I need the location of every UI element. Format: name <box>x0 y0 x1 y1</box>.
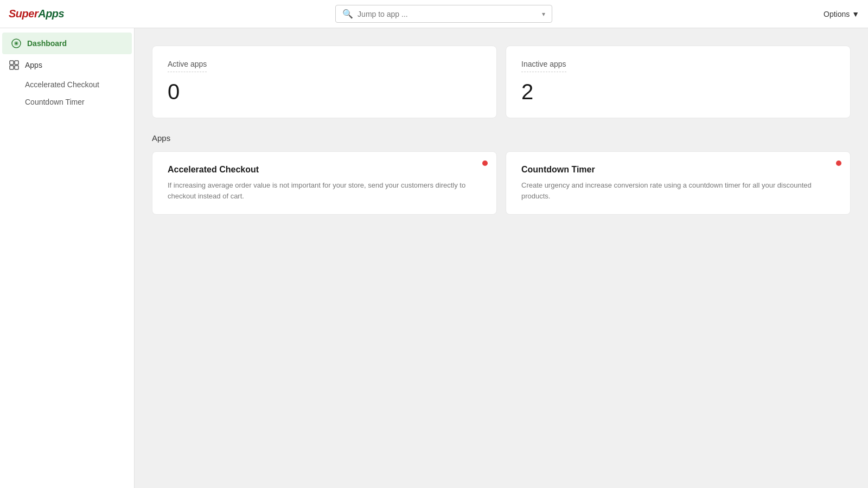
inactive-apps-value: 2 <box>521 79 835 105</box>
sidebar-child-countdown-timer[interactable]: Countdown Timer <box>0 93 134 111</box>
app-card-countdown-timer[interactable]: Countdown Timer Create urgency and incre… <box>506 151 851 215</box>
app-desc-accelerated-checkout: If increasing average order value is not… <box>168 180 481 201</box>
sidebar-item-dashboard[interactable]: Dashboard <box>2 33 132 54</box>
svg-rect-3 <box>10 61 14 65</box>
apps-section-title: Apps <box>152 133 851 143</box>
app-name-countdown-timer: Countdown Timer <box>521 165 835 175</box>
layout: Dashboard Apps Accelerated Checkout Coun… <box>0 28 868 488</box>
active-apps-card: Active apps 0 <box>152 46 497 118</box>
svg-rect-4 <box>15 61 18 65</box>
options-button[interactable]: Options ▼ <box>824 10 859 18</box>
svg-rect-6 <box>15 66 18 69</box>
sidebar-item-apps[interactable]: Apps <box>0 54 134 76</box>
main-content: Active apps 0 Inactive apps 2 Apps Accel… <box>135 28 868 488</box>
inactive-apps-card: Inactive apps 2 <box>506 46 851 118</box>
chevron-down-icon: ▾ <box>542 10 545 18</box>
app-card-accelerated-checkout[interactable]: Accelerated Checkout If increasing avera… <box>152 151 497 215</box>
active-apps-label: Active apps <box>168 60 207 72</box>
logo-apps: Apps <box>38 8 64 20</box>
sidebar-item-dashboard-label: Dashboard <box>27 39 67 48</box>
sidebar-item-apps-label: Apps <box>25 61 42 69</box>
inactive-apps-label: Inactive apps <box>521 60 566 72</box>
logo-super: Super <box>9 8 38 20</box>
app-name-accelerated-checkout: Accelerated Checkout <box>168 165 481 175</box>
active-apps-value: 0 <box>168 79 481 105</box>
sidebar: Dashboard Apps Accelerated Checkout Coun… <box>0 28 135 488</box>
svg-rect-5 <box>10 66 14 69</box>
logo: SuperApps <box>9 8 64 20</box>
topbar: SuperApps 🔍 ▾ Options ▼ <box>0 0 868 28</box>
app-desc-countdown-timer: Create urgency and increase conversion r… <box>521 180 835 201</box>
search-icon: 🔍 <box>342 9 353 19</box>
apps-icon <box>9 60 20 70</box>
sidebar-child-accelerated-checkout[interactable]: Accelerated Checkout <box>0 76 134 93</box>
status-dot-countdown-timer <box>836 160 841 166</box>
dashboard-icon <box>11 38 22 49</box>
apps-grid: Accelerated Checkout If increasing avera… <box>152 151 851 215</box>
stats-row: Active apps 0 Inactive apps 2 <box>152 46 851 118</box>
search-input[interactable] <box>358 10 542 18</box>
svg-point-2 <box>15 42 17 44</box>
status-dot-accelerated-checkout <box>482 160 488 166</box>
search-bar[interactable]: 🔍 ▾ <box>335 5 552 23</box>
